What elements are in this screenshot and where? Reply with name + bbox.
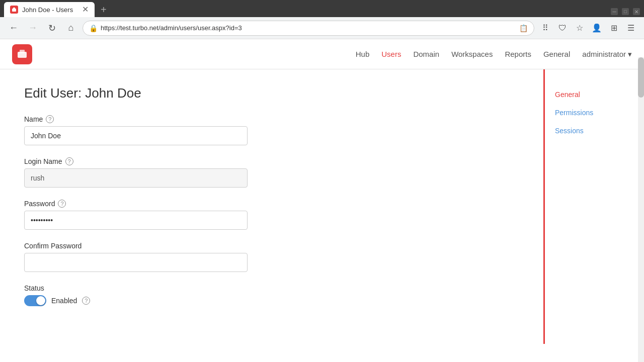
nav-users[interactable]: Users [381, 48, 401, 60]
enabled-label: Enabled [51, 297, 77, 305]
app-nav: Hub Users Domain Workspaces Reports Gene… [356, 48, 632, 61]
nav-general[interactable]: General [543, 48, 570, 60]
login-name-input[interactable] [24, 168, 248, 188]
login-name-field-group: Login Name ? [24, 157, 519, 188]
enabled-toggle[interactable] [24, 295, 46, 306]
extensions-button[interactable]: ⠿ [538, 21, 552, 35]
password-label: Password ? [24, 200, 519, 208]
password-help-icon[interactable]: ? [58, 200, 66, 208]
name-input[interactable] [24, 126, 248, 145]
app-logo[interactable] [12, 44, 32, 64]
svg-rect-1 [13, 8, 15, 9]
menu-button[interactable]: ☰ [624, 21, 638, 35]
name-field-group: Name ? [24, 115, 519, 145]
confirm-password-label: Confirm Password [24, 242, 519, 250]
nav-workspaces[interactable]: Workspaces [451, 48, 493, 60]
forward-button[interactable]: → [25, 21, 40, 36]
right-sidebar: General Permissions Sessions [543, 69, 644, 344]
lock-icon: 🔒 [89, 24, 98, 32]
confirm-password-input[interactable] [24, 253, 248, 272]
active-tab[interactable]: John Doe - Users ✕ [4, 2, 95, 17]
tab-title: John Doe - Users [22, 6, 73, 14]
confirm-password-field-group: Confirm Password [24, 242, 519, 272]
app-header: Hub Users Domain Workspaces Reports Gene… [0, 39, 644, 69]
star-button[interactable]: ☆ [573, 21, 587, 35]
tab-close-button[interactable]: ✕ [82, 6, 89, 14]
content-area: Edit User: John Doe Name ? Login Name ? … [0, 69, 543, 344]
sidebar-sessions[interactable]: Sessions [545, 122, 644, 140]
nav-admin[interactable]: administrator ▾ [582, 48, 632, 61]
browser-actions: ⠿ 🛡 ☆ 👤 ⊞ ☰ [538, 21, 638, 35]
url-text: https://test.turbo.net/admin/users/user.… [101, 24, 516, 32]
sidebar-general[interactable]: General [545, 85, 644, 104]
login-name-help-icon[interactable]: ? [65, 157, 73, 165]
bookmark-icon: 📋 [519, 24, 528, 32]
split-view-button[interactable]: ⊞ [607, 21, 621, 35]
status-label: Status [24, 284, 519, 292]
new-tab-button[interactable]: + [97, 2, 111, 17]
password-input[interactable] [24, 211, 248, 230]
address-bar[interactable]: 🔒 https://test.turbo.net/admin/users/use… [83, 21, 534, 36]
back-button[interactable]: ← [6, 21, 21, 36]
tab-bar: John Doe - Users ✕ + ─ □ ✕ [0, 0, 644, 17]
sidebar-permissions[interactable]: Permissions [545, 104, 644, 122]
password-field-group: Password ? [24, 200, 519, 230]
nav-domain[interactable]: Domain [413, 48, 439, 60]
scrollbar-thumb[interactable] [638, 57, 644, 98]
page-title: Edit User: John Doe [24, 85, 519, 101]
tab-favicon [10, 6, 18, 14]
home-button[interactable]: ⌂ [63, 21, 78, 36]
scrollbar[interactable] [638, 57, 644, 344]
toggle-row: Enabled ? [24, 295, 519, 306]
profile-button[interactable]: 👤 [590, 21, 604, 35]
close-button[interactable]: ✕ [633, 8, 640, 15]
minimize-button[interactable]: ─ [611, 8, 618, 15]
status-field-group: Status Enabled ? [24, 284, 519, 306]
shield-button[interactable]: 🛡 [555, 21, 570, 35]
main-layout: Edit User: John Doe Name ? Login Name ? … [0, 69, 644, 344]
maximize-button[interactable]: □ [622, 8, 629, 15]
reload-button[interactable]: ↻ [44, 21, 59, 36]
nav-reports[interactable]: Reports [505, 48, 531, 60]
svg-rect-3 [20, 50, 25, 53]
enabled-help-icon[interactable]: ? [82, 297, 90, 305]
nav-hub[interactable]: Hub [356, 48, 370, 60]
chevron-down-icon: ▾ [628, 50, 632, 59]
name-help-icon[interactable]: ? [46, 115, 54, 123]
login-name-label: Login Name ? [24, 157, 519, 165]
address-bar-row: ← → ↻ ⌂ 🔒 https://test.turbo.net/admin/u… [0, 17, 644, 39]
name-label: Name ? [24, 115, 519, 123]
